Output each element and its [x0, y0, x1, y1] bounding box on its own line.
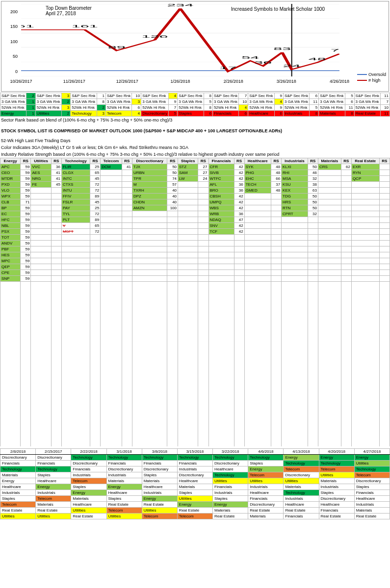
- y-axis: 050100150200250: [4, 1, 19, 76]
- x-axis: 10/26/201711/26/201712/26/20171/26/20182…: [21, 79, 339, 86]
- svg-text:17: 17: [219, 66, 237, 70]
- svg-text:54: 54: [241, 55, 259, 59]
- sector-history-table: 2/8/20182/15/20172/22/20183/1/20183/8/20…: [0, 448, 390, 519]
- svg-text:89: 89: [108, 45, 126, 49]
- main-title: STOCK SYMBOL LIST IS COMPRISED OF MARKET…: [0, 127, 390, 134]
- svg-text:78: 78: [331, 49, 339, 52]
- svg-text:24: 24: [283, 64, 301, 68]
- plot-area: 1611618912623417543683244878: [21, 4, 339, 76]
- symbol-table: EnergyRSUtilitiesRSTechnologyRSTelecomRS…: [0, 158, 390, 446]
- svg-text:161: 161: [21, 24, 34, 28]
- sector-footnote: Sector Rank based on blend of (100% 6-mo…: [0, 117, 390, 123]
- svg-text:48: 48: [309, 57, 326, 61]
- chart-legend: Oversold # high: [357, 71, 386, 84]
- svg-text:161: 161: [72, 24, 98, 28]
- svg-text:234: 234: [167, 4, 193, 7]
- barometer-chart: Top Down Barometer April 27, 2018 Increa…: [1, 1, 389, 92]
- sector-rank-table: S&P Sec Rnk2S&P Sec Rnk3S&P Sec Rnk1S&P …: [0, 93, 390, 117]
- svg-text:36: 36: [254, 61, 272, 65]
- subtitle-1: 52-Wk High Last Five Trading Days: [0, 137, 390, 144]
- subtitle-3: Industry Relative Strength based on (100…: [0, 151, 390, 158]
- svg-text:83: 83: [273, 47, 291, 51]
- svg-text:126: 126: [142, 34, 168, 38]
- subtitle-2: Color Indicates 3GA (Weekly) LT Gr 5 wk …: [0, 144, 390, 151]
